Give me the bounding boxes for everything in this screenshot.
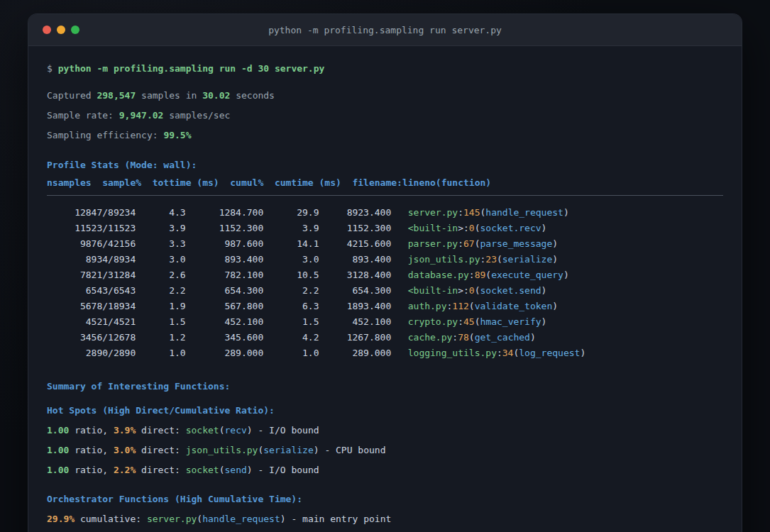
terminal-output: $ python -m profiling.sampling run -d 30… bbox=[28, 46, 742, 532]
captured-label: Captured bbox=[47, 90, 92, 101]
hot-spot-item: 1.00 ratio, 2.2% direct: socket(send) - … bbox=[47, 460, 723, 480]
orchestrator-item: 29.9% cumulative: server.py(handle_reque… bbox=[47, 509, 723, 529]
profile-row: 5678/18934 1.9 567.800 6.3 1893.400 auth… bbox=[47, 299, 723, 314]
profile-row: 2890/2890 1.0 289.000 1.0 289.000 loggin… bbox=[47, 345, 723, 361]
table-column-header: nsamples sample% tottime (ms) cumul% cum… bbox=[47, 175, 723, 191]
titlebar[interactable]: python -m profiling.sampling run server.… bbox=[28, 14, 742, 46]
hot-spot-item: 1.00 ratio, 3.9% direct: socket(recv) - … bbox=[47, 421, 723, 440]
profile-row: 11523/11523 3.9 1152.300 3.9 1152.300 <b… bbox=[47, 221, 723, 236]
seconds-label: seconds bbox=[236, 90, 275, 101]
efficiency-label: Sampling efficiency: bbox=[47, 130, 158, 140]
profile-row: 9876/42156 3.3 987.600 14.1 4215.600 par… bbox=[47, 236, 723, 252]
orchestrator-item: 14.1% cumulative: parser.py(parse_messag… bbox=[47, 529, 723, 532]
profile-row: 8934/8934 3.0 893.400 3.0 893.400 json_u… bbox=[47, 252, 723, 267]
profile-row: 6543/6543 2.2 654.300 2.2 654.300 <built… bbox=[47, 283, 723, 299]
terminal-window: python -m profiling.sampling run server.… bbox=[28, 14, 742, 532]
profile-row: 4521/4521 1.5 452.100 1.5 452.100 crypto… bbox=[47, 314, 723, 330]
hot-spots-title: Hot Spots (High Direct/Cumulative Ratio)… bbox=[47, 401, 723, 421]
command-text: python -m profiling.sampling run -d 30 s… bbox=[58, 63, 325, 74]
summary-title: Summary of Interesting Functions: bbox=[47, 377, 723, 397]
samples-in-label: samples in bbox=[141, 90, 197, 101]
prompt-symbol: $ bbox=[47, 63, 53, 74]
prompt-line: $ python -m profiling.sampling run -d 30… bbox=[47, 59, 723, 79]
desktop-background: python -m profiling.sampling run server.… bbox=[0, 0, 770, 532]
profile-row: 3456/12678 1.2 345.600 4.2 1267.800 cach… bbox=[47, 330, 723, 345]
efficiency-value: 99.5% bbox=[163, 130, 191, 140]
sample-rate-line: Sample rate: 9,947.02 samples/sec bbox=[47, 106, 723, 126]
sample-rate-label: Sample rate: bbox=[47, 110, 114, 121]
efficiency-line: Sampling efficiency: 99.5% bbox=[47, 126, 723, 145]
profile-table: 12847/89234 4.3 1284.700 29.9 8923.400 s… bbox=[47, 205, 723, 361]
profile-row: 12847/89234 4.3 1284.700 29.9 8923.400 s… bbox=[47, 205, 723, 221]
captured-line: Captured 298,547 samples in 30.02 second… bbox=[47, 86, 723, 106]
hot-spot-item: 1.00 ratio, 3.0% direct: json_utils.py(s… bbox=[47, 440, 723, 460]
orchestrators-title: Orchestrator Functions (High Cumulative … bbox=[47, 489, 723, 509]
profile-row: 7821/31284 2.6 782.100 10.5 3128.400 dat… bbox=[47, 267, 723, 283]
sample-rate-value: 9,947.02 bbox=[119, 110, 164, 121]
table-divider bbox=[47, 195, 723, 196]
profile-stats-title: Profile Stats (Mode: wall): bbox=[47, 155, 723, 175]
sample-rate-unit: samples/sec bbox=[169, 110, 230, 121]
hot-spots-list: 1.00 ratio, 3.9% direct: socket(recv) - … bbox=[47, 421, 723, 480]
duration-value: 30.02 bbox=[202, 90, 230, 101]
samples-count: 298,547 bbox=[97, 90, 136, 101]
window-title: python -m profiling.sampling run server.… bbox=[28, 14, 742, 45]
orchestrators-list: 29.9% cumulative: server.py(handle_reque… bbox=[47, 509, 723, 532]
